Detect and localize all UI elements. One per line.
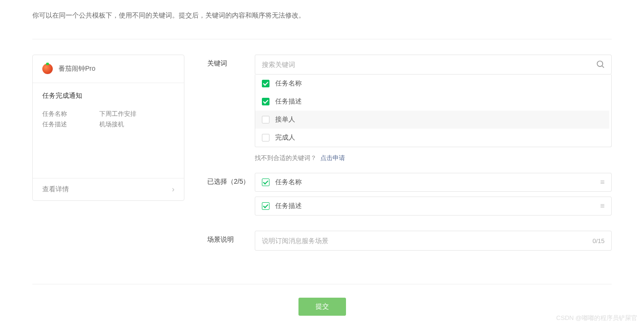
- preview-row-value: 机场接机: [99, 120, 124, 129]
- preview-footer-label: 查看详情: [42, 185, 69, 194]
- scene-input[interactable]: [262, 231, 593, 250]
- preview-header: 番茄闹钟Pro: [33, 55, 184, 83]
- drag-handle-icon[interactable]: ≡: [600, 179, 605, 186]
- preview-row: 任务描述 机场接机: [42, 120, 174, 129]
- checkbox-icon: [262, 80, 269, 87]
- checkbox-icon: [262, 116, 269, 123]
- selected-label: 已选择（2/5）: [207, 173, 255, 220]
- template-preview-card: 番茄闹钟Pro 任务完成通知 任务名称 下周工作安排 任务描述 机场接机 查看详…: [32, 55, 184, 201]
- keyword-options-list: 任务名称 任务描述 接单人: [255, 75, 612, 147]
- keyword-search-box: [255, 55, 612, 75]
- preview-detail-link[interactable]: 查看详情 ›: [33, 178, 184, 200]
- chevron-right-icon: ›: [172, 185, 174, 194]
- preview-title: 任务完成通知: [42, 92, 174, 100]
- submit-button[interactable]: 提交: [298, 298, 346, 316]
- scene-input-box: 0/15: [255, 231, 612, 251]
- selected-keyword-item[interactable]: 任务名称 ≡: [255, 173, 612, 192]
- preview-row-value: 下周工作安排: [99, 110, 136, 118]
- drag-handle-icon[interactable]: ≡: [600, 202, 605, 210]
- keyword-search-input[interactable]: [255, 55, 611, 74]
- keyword-option-label: 任务名称: [275, 79, 302, 88]
- checkbox-icon: [262, 179, 269, 186]
- selected-keyword-item[interactable]: 任务描述 ≡: [255, 197, 612, 216]
- char-count: 0/15: [593, 237, 605, 244]
- selected-keyword-label: 任务描述: [275, 202, 595, 210]
- preview-row-label: 任务描述: [42, 120, 99, 129]
- keyword-apply-link[interactable]: 点击申请: [320, 154, 345, 161]
- intro-text: 你可以在同一个公共模板下，使用不同的关键词。提交后，关键词的内容和顺序将无法修改…: [32, 0, 612, 31]
- keyword-hint-text: 找不到合适的关键词？: [255, 154, 317, 161]
- preview-row-label: 任务名称: [42, 110, 99, 118]
- bottom-divider: [32, 284, 612, 284]
- keyword-option[interactable]: 完成人: [255, 129, 609, 147]
- selected-keyword-label: 任务名称: [275, 178, 595, 187]
- preview-body: 任务完成通知 任务名称 下周工作安排 任务描述 机场接机: [33, 83, 184, 178]
- svg-point-0: [597, 61, 603, 67]
- keyword-option-label: 任务描述: [275, 97, 302, 106]
- keyword-option[interactable]: 任务描述: [255, 93, 609, 111]
- svg-line-1: [602, 66, 604, 68]
- checkbox-icon: [262, 202, 269, 210]
- keyword-option[interactable]: 任务名称: [255, 75, 609, 93]
- checkbox-icon: [262, 98, 269, 105]
- app-name: 番茄闹钟Pro: [58, 65, 96, 73]
- keyword-option-label: 接单人: [275, 115, 295, 124]
- keyword-hint: 找不到合适的关键词？ 点击申请: [255, 154, 612, 162]
- top-divider: [32, 39, 612, 39]
- checkbox-icon: [262, 134, 269, 141]
- keywords-label: 关键词: [207, 55, 255, 162]
- app-icon: [42, 64, 53, 74]
- keyword-option-label: 完成人: [275, 133, 295, 142]
- scene-label: 场景说明: [207, 231, 255, 251]
- search-icon[interactable]: [596, 60, 606, 69]
- keyword-option[interactable]: 接单人: [255, 111, 609, 129]
- preview-row: 任务名称 下周工作安排: [42, 110, 174, 118]
